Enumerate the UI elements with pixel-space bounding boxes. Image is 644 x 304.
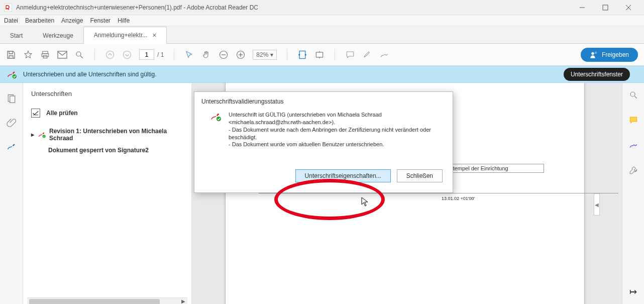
zoom-out-icon[interactable] [219,50,229,60]
main-toolbar: / 1 82% ▾ Freigeben [0,44,644,66]
window-title: Anmeldung+elektrotechnisch+unterwiesener… [16,4,571,11]
toolbar-separator [335,49,335,61]
right-tools-rail: ↦ [622,83,644,304]
dialog-line-1b: <michaela.schraad@zhv.rwth-aachen.de>). [229,119,444,126]
page-indicator: / 1 [139,49,164,60]
doc-timestamp: 13.01.02 +01'00' [442,196,475,201]
select-arrow-icon[interactable] [184,50,194,60]
print-icon[interactable] [40,50,50,60]
signatures-heading: Unterschriften [31,90,187,97]
doc-signature-block [259,193,618,201]
dialog-title: Unterschriftsvalidierungsstatus [194,92,453,109]
dialog-line-2: - Das Dokument wurde nach dem Anbringen … [229,126,444,141]
svg-rect-0 [4,4,12,12]
menu-window[interactable]: Fenster [90,17,111,24]
svg-rect-5 [43,51,48,54]
signature-valid-small-icon [37,131,46,139]
svg-point-12 [124,51,131,58]
find-icon[interactable] [74,50,84,60]
signature-valid-icon [6,69,17,79]
dialog-line-3: - Das Dokument wurde vom aktuellen Benut… [229,141,444,148]
svg-point-11 [106,51,114,58]
chevron-down-icon: ▾ [270,51,273,58]
revision-row[interactable]: ▸ Revision 1: Unterschrieben von Michael… [27,126,187,144]
tab-start[interactable]: Start [0,28,33,43]
more-tools-icon[interactable] [628,165,638,175]
svg-line-30 [634,96,637,98]
zoom-dropdown[interactable]: 82% ▾ [253,50,277,60]
svg-line-10 [80,56,83,58]
toolbar-separator [94,49,95,61]
svg-rect-6 [42,53,49,56]
signature-panel-button[interactable]: Unterschriftsfenster [564,68,630,81]
share-button[interactable]: Freigeben [581,48,638,62]
zoom-in-icon[interactable] [236,50,246,60]
svg-point-24 [13,74,17,78]
menu-view[interactable]: Anzeige [61,17,83,24]
highlight-icon[interactable] [362,50,372,60]
share-person-icon [590,51,598,59]
close-button[interactable] [617,0,640,15]
svg-point-20 [591,52,594,54]
tab-document-label: Anmeldung+elektr... [94,32,147,39]
svg-point-9 [76,52,81,56]
fit-width-icon[interactable] [297,50,307,60]
svg-rect-2 [603,5,608,10]
scrollbar-thumb[interactable] [29,299,160,304]
hand-icon[interactable] [201,50,211,60]
share-label: Freigeben [602,51,629,58]
tab-tools[interactable]: Werkzeuge [33,28,83,43]
left-navigation-rail [0,83,23,304]
expand-rail-icon[interactable]: ↦ [628,287,638,297]
minimize-button[interactable] [571,0,594,15]
fit-page-icon[interactable] [314,50,325,60]
sign-icon[interactable] [379,50,389,60]
toolbar-separator [174,49,174,61]
check-all-row[interactable]: Alle prüfen [27,106,187,121]
svg-rect-19 [316,52,323,57]
fill-sign-icon[interactable] [628,140,638,150]
svg-rect-26 [10,96,15,103]
sticky-note-icon[interactable] [628,115,638,125]
revision-label: Revision 1: Unterschrieben von Michaela … [49,128,183,142]
signatures-panel: Unterschriften Alle prüfen ▸ Revision 1:… [23,83,192,304]
mail-icon[interactable] [57,50,67,60]
dialog-close-button[interactable]: Schließen [397,169,443,182]
signature-validation-dialog: Unterschriftsvalidierungsstatus Untersch… [194,91,453,193]
tab-document[interactable]: Anmeldung+elektr... × [83,27,167,44]
menu-edit[interactable]: Bearbeiten [25,17,54,24]
check-all-label: Alle prüfen [46,110,78,117]
dialog-line-1a: Unterschrift ist GÜLTIG (unterschrieben … [229,111,444,119]
page-down-icon[interactable] [122,50,132,60]
search-icon[interactable] [628,90,638,100]
comment-icon[interactable] [345,50,355,60]
page-up-icon[interactable] [105,50,115,60]
locked-row: Dokument gesperrt von Signature2 [27,144,187,157]
close-tab-icon[interactable]: × [152,31,156,39]
signature-properties-button[interactable]: Unterschriftseigenschaften... [295,169,391,182]
check-all-icon [31,109,40,118]
svg-point-29 [630,92,635,96]
menu-help[interactable]: Hilfe [118,17,130,24]
signature-banner-message: Unterschrieben und alle Unterschriften s… [23,71,156,78]
save-icon[interactable] [6,50,16,60]
svg-point-31 [217,117,221,121]
zoom-value: 82% [256,51,268,58]
star-icon[interactable] [23,50,33,60]
toolbar-separator [287,49,287,61]
scroll-right-icon[interactable]: ▶ [181,298,185,304]
page-total: / 1 [157,51,164,58]
attachments-icon[interactable] [6,117,17,128]
mouse-cursor-icon [361,197,369,207]
thumbnails-icon[interactable] [6,93,17,104]
app-icon [4,4,12,12]
svg-rect-8 [58,51,67,58]
svg-rect-18 [300,51,306,58]
menu-file[interactable]: Datei [4,17,18,24]
menu-bar: Datei Bearbeiten Anzeige Fenster Hilfe [0,15,644,26]
chevron-right-icon: ▸ [31,131,34,138]
collapwithin-handheld[interactable]: ◀ [594,193,600,216]
maximize-button[interactable] [594,0,617,15]
signatures-rail-icon[interactable] [6,141,17,152]
page-number-input[interactable] [139,49,154,60]
